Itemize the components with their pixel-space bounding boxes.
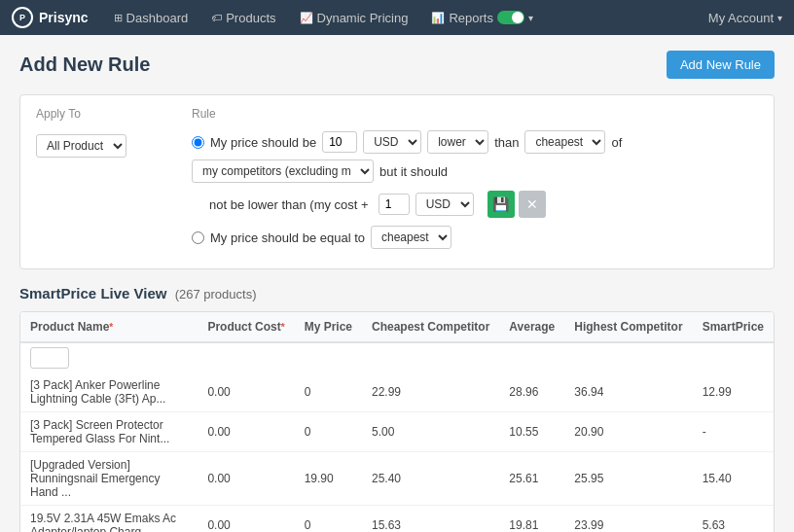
table-row: [3 Pack] Screen Protector Tempered Glass… [20,412,774,452]
product-cost-cell: 0.00 [198,506,294,533]
rule-header: Rule [192,107,216,121]
add-new-rule-button[interactable]: Add New Rule [667,51,775,79]
apply-to-header: Apply To [36,107,192,121]
nav-dashboard[interactable]: ⊞ Dashboard [104,0,198,35]
radio2-text: My price should be equal to [210,231,365,245]
apply-to-select[interactable]: All Product [36,134,126,158]
empty-cell-3 [362,342,499,372]
product-name-cell: 19.5V 2.31A 45W Emaks Ac Adapter/laptop … [20,506,198,533]
currency-select-1[interactable]: USD [363,130,421,154]
smartprice-count: (267 products) [175,287,257,301]
highest-cell: 20.90 [564,412,692,452]
average-cell: 25.61 [499,452,564,506]
smartprice-cell: - [693,412,774,452]
rule-content: All Product My price should be USD lower… [36,130,758,257]
average-cell: 28.96 [499,372,564,412]
cheapest-cell: 15.63 [362,506,499,533]
nav-dynamic-pricing-label: Dynamic Pricing [317,11,409,25]
radio-row-2: My price should be equal to cheapest [192,226,758,249]
product-name-cell: [Upgraded Version] Runningsnail Emergenc… [20,452,198,506]
col-product-name: Product Name* [20,312,198,342]
reports-toggle[interactable] [497,11,524,24]
col-cheapest: Cheapest Competitor [362,312,499,342]
cheapest-cell: 5.00 [362,412,499,452]
radio1-of: of [611,135,622,150]
page-title: Add New Rule [19,53,150,76]
my-account-menu[interactable]: My Account ▾ [708,11,782,25]
radio-price-lower[interactable] [192,136,204,149]
not-lower-row: not be lower than (my cost + USD 💾 ✕ [192,191,758,218]
direction-select[interactable]: lower [427,130,488,154]
smartprice-title: SmartPrice Live View (267 products) [19,285,775,301]
radio-row-1: My price should be USD lower than cheape… [192,130,758,183]
dashboard-icon: ⊞ [114,12,123,24]
highest-cell: 36.94 [564,372,692,412]
cheapest-cell: 22.99 [362,372,499,412]
empty-cell-2 [295,342,362,372]
radio1-but: but it should [379,164,448,179]
reports-chevron: ▾ [528,13,533,23]
smartprice-table: Product Name* Product Cost* My Price Che… [20,312,774,532]
price-value-input[interactable] [322,131,357,153]
radio1-than: than [494,135,519,150]
highest-cell: 25.95 [564,452,692,506]
nav-reports-label: Reports [449,11,493,25]
smartprice-cell: 15.40 [693,452,774,506]
product-search-input[interactable] [30,347,69,369]
product-cost-cell: 0.00 [198,372,294,412]
highest-cell: 23.99 [564,506,692,533]
brand-name: Prisync [39,10,89,25]
smartprice-cell: 12.99 [693,372,774,412]
empty-cell-1 [198,342,294,372]
table-search-row [20,342,774,372]
average-cell: 19.81 [499,506,564,533]
reports-icon: 📊 [431,12,445,24]
rule-actions: 💾 ✕ [487,191,546,218]
table-row: [Upgraded Version] Runningsnail Emergenc… [20,452,774,506]
product-cost-cell: 0.00 [198,452,294,506]
nav-dynamic-pricing[interactable]: 📈 Dynamic Pricing [290,0,418,35]
cheapest-cell: 25.40 [362,452,499,506]
rule-col: My price should be USD lower than cheape… [192,130,758,257]
dynamic-pricing-icon: 📈 [300,12,313,24]
product-name-cell: [3 Pack] Screen Protector Tempered Glass… [20,412,198,452]
radio1-text1: My price should be [210,135,316,150]
smartprice-table-wrapper: Product Name* Product Cost* My Price Che… [19,311,775,532]
col-product-cost: Product Cost* [198,312,294,342]
my-price-cell: 0 [295,412,362,452]
my-account-chevron: ▾ [777,13,782,23]
smartprice-title-text: SmartPrice Live View [19,285,166,301]
smartprice-cell: 5.63 [693,506,774,533]
radio-price-equal[interactable] [192,231,204,244]
brand-logo: P [12,7,33,28]
table-row: 19.5V 2.31A 45W Emaks Ac Adapter/laptop … [20,506,774,533]
empty-cell-4 [499,342,564,372]
save-rule-button[interactable]: 💾 [487,191,515,218]
products-icon: 🏷 [211,12,222,23]
cheapest-select-2[interactable]: cheapest [371,226,451,249]
my-account-label: My Account [708,11,774,25]
competitors-select[interactable]: my competitors (excluding m [192,160,374,183]
cost-value-input[interactable] [379,194,410,215]
apply-to-col: All Product [36,130,192,158]
table-row: [3 Pack] Anker Powerline Lightning Cable… [20,372,774,412]
navbar: P Prisync ⊞ Dashboard 🏷 Products 📈 Dynam… [0,0,794,35]
main-content: Add New Rule Add New Rule Apply To Rule … [0,35,794,532]
brand[interactable]: P Prisync [12,7,89,28]
nav-reports[interactable]: 📊 Reports ▾ [421,0,543,35]
cancel-rule-button[interactable]: ✕ [519,191,546,218]
nav-products[interactable]: 🏷 Products [201,0,285,35]
my-price-cell: 0 [295,506,362,533]
product-name-cell: [3 Pack] Anker Powerline Lightning Cable… [20,372,198,412]
not-lower-text: not be lower than (my cost + [209,197,369,212]
nav-products-label: Products [226,11,275,25]
empty-cell-5 [564,342,692,372]
rule-box: Apply To Rule All Product My price shoul… [19,94,775,269]
cost-currency-select[interactable]: USD [415,193,474,216]
cheapest-select-1[interactable]: cheapest [524,130,605,154]
page-header: Add New Rule Add New Rule [19,51,775,79]
my-price-cell: 0 [295,372,362,412]
empty-cell-6 [693,342,774,372]
my-price-cell: 19.90 [295,452,362,506]
col-my-price: My Price [295,312,362,342]
